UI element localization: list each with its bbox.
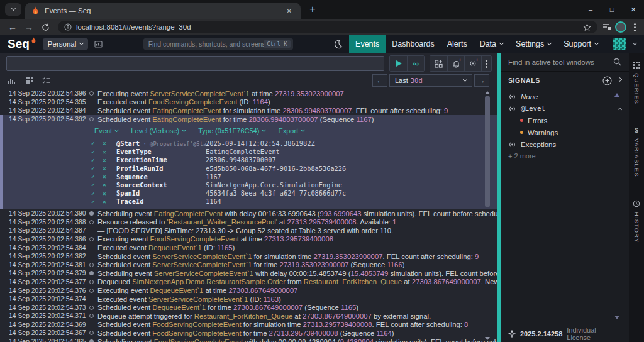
scrollbar-thumb[interactable] [485,96,490,207]
range-previous-button[interactable]: ← [372,74,387,87]
log-row[interactable]: 14 Sep 2025 20:02:54.388Resource release… [0,218,497,226]
log-row[interactable]: 14 Sep 2025 20:02:54.376Executing event … [0,286,497,295]
address-bar[interactable]: localhost:8081/#/events?range=30d [58,21,597,33]
property-value[interactable]: 45634fa3-8eea-4c3f-a624-77c08666d77c [206,189,346,197]
side-tab-history[interactable]: HISTORY [633,200,640,243]
property-value[interactable]: 28306.994803700007 [206,156,276,163]
new-tab-button[interactable]: + [304,1,321,18]
forward-button[interactable]: → [21,20,36,34]
log-row[interactable]: 14 Sep 2025 20:02:54.387— [FOOD SERVED] … [0,226,497,235]
include-filter-icon[interactable]: ✓ [91,157,103,163]
signal-item-exceptions[interactable]: Exceptions [501,138,629,150]
user-avatar[interactable] [613,38,626,50]
nav-dashboards[interactable]: Dashboards [386,35,440,53]
log-scrollbar[interactable] [484,89,491,342]
window-close-button[interactable]: ✕ [623,0,644,19]
event-detail-menu-export[interactable]: Export [278,127,304,135]
event-detail-menu-event[interactable]: Event [94,127,118,135]
add-signal-plus-icon[interactable] [602,76,612,86]
range-next-button[interactable]: → [474,74,489,87]
include-filter-icon[interactable]: ✓ [91,173,103,180]
histogram-view-icon[interactable] [8,77,16,85]
signals-more-link[interactable]: + 2 more [501,150,629,162]
include-filter-icon[interactable]: ✓ [91,140,103,146]
property-value[interactable]: SimNextgenApp.Core.SimulationEngine [206,181,342,189]
log-row[interactable]: 14 Sep 2025 20:02:54.371Dequeue attempt … [0,312,497,321]
property-name[interactable]: ExecutionTime [116,156,206,163]
log-row[interactable]: 14 Sep 2025 20:02:54.365Scheduling event… [0,338,497,342]
browser-tab[interactable]: Events — Seq ✕ [25,3,301,19]
exclude-filter-icon[interactable]: ✕ [103,198,116,205]
add-to-dashboard-button[interactable] [430,56,447,71]
include-filter-icon[interactable]: ✓ [91,148,103,155]
log-row[interactable]: 14 Sep 2025 20:02:54.395Executed event F… [0,98,497,107]
log-row[interactable]: 14 Sep 2025 20:02:54.373Scheduled event … [0,303,497,312]
signal-item-errors[interactable]: Errors [501,114,629,126]
query-input[interactable] [6,56,384,71]
property-value[interactable]: EatingCompleteEvent [206,148,280,155]
nav-events[interactable]: Events [349,35,386,53]
property-name[interactable]: @Start · @Properties['@Start'] [116,140,206,147]
nav-settings[interactable]: Settings [509,35,557,53]
nav-support[interactable]: Support [557,35,604,53]
command-palette[interactable]: Ctrl K [143,38,293,50]
chevron-down-icon[interactable] [633,41,637,45]
tab-search-button[interactable] [5,3,21,16]
event-detail-menu-type[interactable]: Type (0x51F76C54) [198,127,265,135]
exclude-filter-icon[interactable]: ✕ [103,173,116,180]
nav-data[interactable]: Data [474,35,509,53]
log-row[interactable]: 14 Sep 2025 20:02:54.377Dequeued SimNext… [0,278,497,287]
signal-item-warnings[interactable]: Warnings [501,126,629,138]
log-row[interactable]: 14 Sep 2025 20:02:54.396Executing event … [0,89,497,98]
exclude-filter-icon[interactable]: ✕ [103,148,116,155]
add-signal-button[interactable]: + [464,56,481,71]
panel-scroll-down-icon[interactable] [614,316,619,319]
log-row[interactable]: 14 Sep 2025 20:02:54.374Executed event S… [0,295,497,304]
property-name[interactable]: ProfileRunId [116,165,206,172]
event-list-options-icon[interactable] [42,77,51,84]
signal-item-level[interactable]: @Level [501,102,629,114]
log-row[interactable]: 14 Sep 2025 20:02:54.367Scheduled event … [0,329,497,338]
log-row[interactable]: 14 Sep 2025 20:02:54.382Scheduled event … [0,252,497,261]
range-dropdown[interactable]: Last 30d [389,74,472,87]
event-detail-menu-level[interactable]: Level (Verbose) [131,127,186,135]
log-row[interactable]: 14 Sep 2025 20:02:54.392Scheduled event … [0,115,497,124]
run-query-button[interactable] [390,56,407,71]
property-value[interactable]: 1167 [206,173,221,180]
scroll-up-icon[interactable] [485,91,490,94]
property-name[interactable]: TraceId [116,197,206,205]
reload-button[interactable] [38,20,53,34]
include-filter-icon[interactable]: ✓ [91,190,103,197]
browser-menu-icon[interactable] [630,21,639,33]
log-row[interactable]: 14 Sep 2025 20:02:54.384Executed event D… [0,243,497,252]
tool-windows-search-input[interactable] [508,58,609,66]
bookmark-star-icon[interactable] [583,23,591,31]
tab-close-icon[interactable]: ✕ [284,6,294,16]
log-row[interactable]: 14 Sep 2025 20:02:54.394Scheduled event … [0,106,497,115]
include-filter-icon[interactable]: ✓ [91,181,103,188]
chevron-up-icon[interactable] [618,107,622,111]
back-button[interactable]: ← [5,20,20,34]
property-value[interactable]: 1164 [206,197,221,205]
shared-views-icon[interactable] [94,41,103,48]
exclude-filter-icon[interactable]: ✕ [103,190,116,197]
signal-item-none[interactable]: None [501,91,629,102]
seq-logo[interactable]: Seq [8,37,36,51]
property-value[interactable]: e5d5b850-068a-467f-9016-2bb8a536a226 [206,165,346,172]
log-row[interactable]: 14 Sep 2025 20:02:54.379Scheduling event… [0,269,497,278]
query-more-menu-icon[interactable] [481,56,491,71]
panel-scroll-up-icon[interactable] [614,93,619,97]
browser-profile-avatar[interactable] [615,21,626,33]
exclude-filter-icon[interactable]: ✕ [103,181,116,188]
include-filter-icon[interactable]: ✓ [91,198,103,205]
property-name[interactable]: EventType [116,148,206,155]
log-row[interactable]: 14 Sep 2025 20:02:54.381Scheduled event … [0,260,497,269]
nav-alerts[interactable]: Alerts [441,35,474,53]
log-row[interactable]: 14 Sep 2025 20:02:54.390Scheduling event… [0,209,497,218]
property-name[interactable]: SourceContext [116,181,206,189]
signals-expand-icon[interactable] [618,77,622,82]
tail-stream-button[interactable]: ∞ [407,56,424,71]
property-name[interactable]: SpanId [116,189,206,197]
log-row[interactable]: 14 Sep 2025 20:02:54.386Executing event … [0,235,497,244]
tool-windows-search[interactable] [501,53,629,72]
